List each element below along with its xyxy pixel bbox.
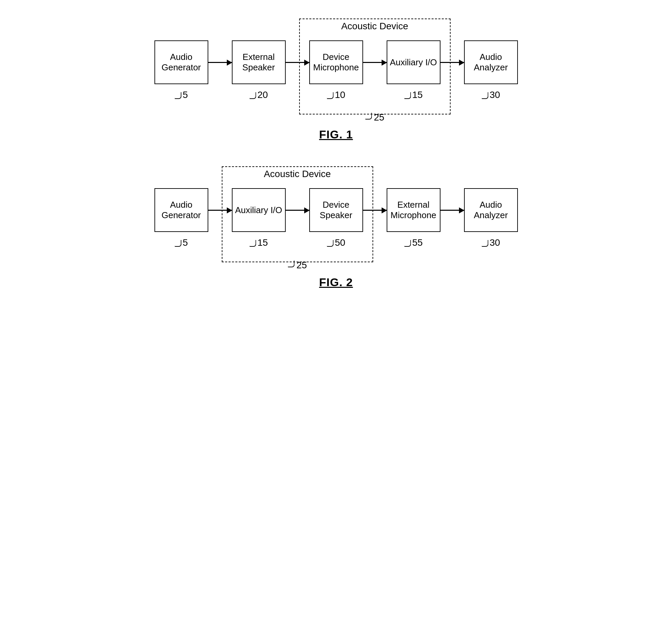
aux-io-2-label: Auxiliary I/O <box>235 205 282 216</box>
ext-speaker-label: External Speaker <box>233 52 285 73</box>
fig1-flow: Audio Generator 5 External Speaker 20 Ac… <box>155 40 518 84</box>
arrow-7 <box>363 210 387 211</box>
audio-generator-1-block: Audio Generator <box>155 40 208 84</box>
audio-generator-1-wrapper: Audio Generator 5 <box>155 40 208 84</box>
fig2-section: Audio Generator 5 Acoustic Device Auxili… <box>13 168 659 289</box>
audio-analyzer-1-label: Audio Analyzer <box>465 52 517 73</box>
arrow-4 <box>440 62 464 63</box>
audio-generator-2-block: Audio Generator <box>155 188 208 232</box>
arrow-5 <box>208 210 232 211</box>
audio-generator-2-ref: 5 <box>175 237 188 248</box>
ext-speaker-ref: 20 <box>249 89 268 100</box>
audio-analyzer-2-block: Audio Analyzer <box>464 188 518 232</box>
device-mic-wrapper: Device Microphone 10 <box>309 40 363 84</box>
dashed-ref-1: 25 <box>365 112 384 123</box>
arrow-2 <box>286 62 309 63</box>
fig1-section: Audio Generator 5 External Speaker 20 Ac… <box>13 20 659 141</box>
dashed-group-2: Acoustic Device Auxiliary I/O 15 Device … <box>232 188 363 232</box>
ext-speaker-wrapper: External Speaker 20 <box>232 40 286 84</box>
device-speaker-block: Device Speaker <box>309 188 363 232</box>
device-mic-label: Device Microphone <box>310 52 363 73</box>
ext-speaker-block: External Speaker <box>232 40 286 84</box>
device-mic-ref: 10 <box>327 89 345 100</box>
aux-io-1-wrapper: Auxiliary I/O 15 <box>387 40 440 84</box>
ext-mic-block: External Microphone <box>387 188 440 232</box>
audio-generator-1-label: Audio Generator <box>155 52 208 73</box>
arrow-6 <box>286 210 309 211</box>
device-speaker-label: Device Speaker <box>310 199 363 220</box>
audio-analyzer-2-ref: 30 <box>481 237 500 248</box>
aux-io-2-wrapper: Auxiliary I/O 15 <box>232 188 286 232</box>
audio-generator-1-ref: 5 <box>175 89 188 100</box>
device-mic-block: Device Microphone <box>309 40 363 84</box>
aux-io-1-ref: 15 <box>404 89 423 100</box>
device-speaker-ref: 50 <box>327 237 345 248</box>
audio-analyzer-2-label: Audio Analyzer <box>465 199 517 220</box>
dashed-ref-2: 25 <box>288 260 307 271</box>
dashed-group-1: Acoustic Device Device Microphone 10 Aux… <box>309 40 440 84</box>
acoustic-device-label-2: Acoustic Device <box>260 169 334 180</box>
arrow-1 <box>208 62 232 63</box>
audio-analyzer-1-ref: 30 <box>481 89 500 100</box>
aux-io-2-block: Auxiliary I/O <box>232 188 286 232</box>
audio-generator-2-label: Audio Generator <box>155 199 208 220</box>
acoustic-device-label-1: Acoustic Device <box>338 21 412 32</box>
arrow-8 <box>440 210 464 211</box>
ext-mic-label: External Microphone <box>387 199 440 220</box>
aux-io-1-block: Auxiliary I/O <box>387 40 440 84</box>
fig1-caption: FIG. 1 <box>319 128 353 141</box>
arrow-3 <box>363 62 387 63</box>
fig2-caption: FIG. 2 <box>319 276 353 289</box>
audio-generator-2-wrapper: Audio Generator 5 <box>155 188 208 232</box>
aux-io-1-label: Auxiliary I/O <box>390 57 437 68</box>
device-speaker-wrapper: Device Speaker 50 <box>309 188 363 232</box>
ext-mic-ref: 55 <box>404 237 423 248</box>
ext-mic-wrapper: External Microphone 55 <box>387 188 440 232</box>
audio-analyzer-1-block: Audio Analyzer <box>464 40 518 84</box>
audio-analyzer-2-wrapper: Audio Analyzer 30 <box>464 188 518 232</box>
aux-io-2-ref: 15 <box>249 237 268 248</box>
audio-analyzer-1-wrapper: Audio Analyzer 30 <box>464 40 518 84</box>
fig2-flow: Audio Generator 5 Acoustic Device Auxili… <box>155 188 518 232</box>
